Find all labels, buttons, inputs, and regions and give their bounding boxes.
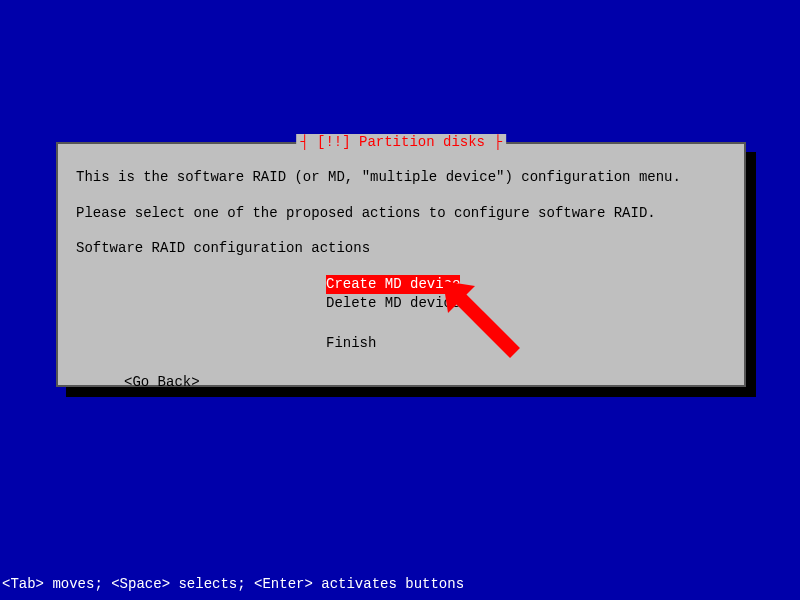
partition-disks-dialog: ┤ [!!] Partition disks ├ This is the sof… — [56, 142, 746, 387]
title-suffix: ├ — [485, 134, 502, 150]
actions-list: Create MD device Delete MD device Finish — [326, 275, 726, 353]
action-finish[interactable]: Finish — [326, 334, 726, 354]
intro-text-1: This is the software RAID (or MD, "multi… — [76, 168, 726, 188]
title-marker: [!!] — [317, 134, 351, 150]
intro-text-2: Please select one of the proposed action… — [76, 204, 726, 224]
footer-hint: <Tab> moves; <Space> selects; <Enter> ac… — [2, 576, 464, 592]
title-prefix: ┤ — [300, 134, 317, 150]
dialog-title: ┤ [!!] Partition disks ├ — [296, 134, 506, 150]
go-back-button[interactable]: <Go Back> — [124, 373, 726, 393]
actions-heading: Software RAID configuration actions — [76, 239, 726, 259]
action-create-md-device[interactable]: Create MD device — [326, 275, 460, 295]
action-delete-md-device[interactable]: Delete MD device — [326, 294, 726, 314]
dialog-content: This is the software RAID (or MD, "multi… — [58, 144, 744, 411]
title-text: Partition disks — [351, 134, 485, 150]
